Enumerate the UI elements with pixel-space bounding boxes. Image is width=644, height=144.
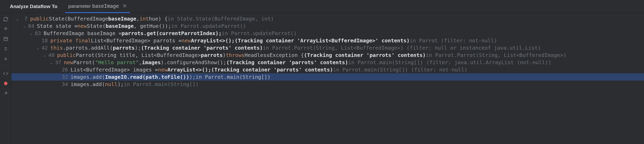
code-segment: BufferedImage baseImage =: [44, 30, 122, 37]
code-segment: , getHue());: [134, 22, 171, 30]
group-icon[interactable]: [3, 36, 9, 42]
chevron-down-icon[interactable]: ⌄: [42, 53, 47, 58]
line-number: 26: [61, 66, 68, 74]
tree-row[interactable]: ⌄7public State(BufferedImage baseImage, …: [11, 15, 644, 22]
code-segment: in Parrot.Parrot(String, List<BufferedIm…: [263, 44, 541, 52]
line-number: 37: [54, 59, 61, 66]
code-segment: State(: [87, 22, 106, 30]
code-segment: this: [50, 44, 63, 52]
panel-title: Analyze Dataflow To: [10, 4, 57, 9]
code-segment: hue) {: [149, 15, 168, 23]
code-segment: parrots: [113, 44, 135, 52]
line-number: 83: [34, 30, 41, 37]
navigate-up-icon[interactable]: [3, 26, 9, 32]
code-segment: baseImage: [108, 15, 136, 23]
tree-row[interactable]: ⌄83BufferedImage baseImage = parrots.get…: [11, 30, 644, 37]
code-segment: in State.State(BufferedImage, int): [168, 15, 274, 23]
code-segment: private final: [50, 37, 91, 44]
code-segment: List<BufferedImage> images =: [71, 66, 158, 74]
collapse-icon[interactable]: [3, 56, 9, 62]
code-segment: );: [135, 44, 141, 52]
code-segment: (Tracking container 'parrots' contents): [141, 44, 263, 52]
chevron-down-icon[interactable]: ⌄: [35, 45, 40, 50]
panel-header: Analyze Dataflow To parameter baseImage …: [0, 0, 644, 13]
code-segment: public: [30, 15, 49, 23]
code-segment: );: [189, 73, 196, 81]
code-segment: images.add(: [71, 81, 105, 88]
chevron-down-icon[interactable]: ⌄: [49, 60, 54, 65]
line-number: 34: [61, 81, 68, 88]
code-segment: ,: [136, 15, 139, 23]
code-segment: (Tracking container 'parrots' contents): [211, 66, 333, 74]
code-segment: new: [78, 22, 87, 30]
line-number: 7: [20, 15, 28, 23]
code-segment: Parrot(: [73, 59, 95, 66]
code-segment: public: [57, 51, 76, 59]
code-segment: ).configureAndShow();: [161, 59, 226, 66]
code-segment: in Parrot.Parrot(String, List<BufferedIm…: [426, 51, 566, 59]
code-segment: ImageIO.read(path.toFile()): [105, 73, 189, 81]
code-segment: in Parrot.main(String[]): [196, 73, 271, 81]
close-icon[interactable]: ✕: [122, 3, 127, 9]
code-segment: in Parrot.updateParrot(): [222, 30, 297, 37]
code-segment: images.add(: [71, 73, 105, 81]
code-segment: );: [118, 81, 124, 88]
code-segment: images: [142, 59, 161, 66]
tree-row[interactable]: ⌄42this.parrots.addAll(parrots); (Tracki…: [11, 44, 644, 51]
code-segment: int: [139, 15, 149, 23]
code-segment: .parrots.addAll(: [63, 44, 113, 52]
code-segment: (Tracking container 'ArrayList<BufferedI…: [235, 37, 409, 44]
line-number: 40: [47, 51, 54, 59]
code-segment: new: [158, 66, 167, 74]
chevron-down-icon[interactable]: ⌄: [22, 23, 27, 29]
code-segment: in Parrot (filter: not-null): [410, 37, 497, 44]
tool-sidebar: [0, 13, 11, 144]
code-segment: "Hello parrot": [95, 59, 139, 66]
tree-row[interactable]: ⌄37new Parrot("Hello parrot", images).co…: [11, 59, 644, 66]
code-segment: new: [182, 37, 191, 44]
line-number: 18: [40, 37, 48, 44]
expand-collapse-icon[interactable]: [3, 46, 9, 52]
chevron-down-icon[interactable]: ⌄: [29, 31, 34, 36]
line-number: 32: [61, 73, 68, 81]
export-icon[interactable]: [3, 90, 9, 96]
tree-row[interactable]: ⌄26List<BufferedImage> images = new Arra…: [11, 66, 644, 73]
tab-parameter[interactable]: parameter baseImage ✕: [65, 0, 130, 13]
code-segment: ): [223, 51, 226, 59]
code-segment: parrots: [201, 51, 223, 59]
code-segment: List<BufferedImage> parrots =: [91, 37, 182, 44]
code-segment: null: [105, 81, 117, 88]
code-segment: State(BufferedImage: [49, 15, 108, 23]
svg-rect-0: [4, 37, 7, 41]
code-segment: in Parrot.main(String[]) (filter: java.u…: [348, 59, 551, 66]
tree-row[interactable]: ⌄18private final List<BufferedImage> par…: [11, 37, 644, 44]
breakpoint-icon[interactable]: [3, 80, 9, 87]
code-segment: (Tracking container 'parrots' contents): [304, 51, 426, 59]
code-icon[interactable]: [3, 70, 9, 77]
line-number: 84: [27, 22, 34, 30]
refresh-icon[interactable]: [3, 16, 9, 22]
code-segment: new: [64, 59, 73, 66]
line-number: 42: [40, 44, 48, 52]
tree-row[interactable]: ⌄84State state = new State(baseImage, ge…: [11, 22, 644, 30]
tab-label: parameter baseImage: [68, 3, 119, 9]
code-segment: in Parrot.main(String[]) (filter: not-nu…: [333, 66, 467, 74]
code-segment: HeadlessException {: [244, 51, 304, 59]
code-segment: baseImage: [106, 22, 134, 30]
dataflow-tree: ⌄7public State(BufferedImage baseImage, …: [11, 13, 644, 144]
chevron-down-icon[interactable]: ⌄: [15, 16, 20, 21]
tree-row[interactable]: ⌄32images.add(ImageIO.read(path.toFile()…: [11, 73, 644, 81]
code-segment: throws: [226, 51, 244, 59]
code-segment: in Parrot.updateParrot(): [171, 22, 246, 30]
separator: [2, 66, 9, 66]
svg-point-2: [4, 82, 8, 85]
code-segment: ,: [139, 59, 142, 66]
tree-row[interactable]: ⌄34images.add(null); in Parrot.main(Stri…: [11, 81, 644, 88]
tree-row[interactable]: ⌄40public Parrot(String title, List<Buff…: [11, 51, 644, 59]
code-segment: in Parrot.main(String[]): [124, 81, 199, 88]
code-segment: ArrayList<>();: [191, 37, 235, 44]
code-segment: Parrot(String title, List<BufferedImage>: [76, 51, 201, 59]
main-container: ⌄7public State(BufferedImage baseImage, …: [0, 13, 644, 144]
code-segment: parrots.get(currentParrotIndex);: [122, 30, 222, 37]
code-segment: State state =: [37, 22, 78, 30]
